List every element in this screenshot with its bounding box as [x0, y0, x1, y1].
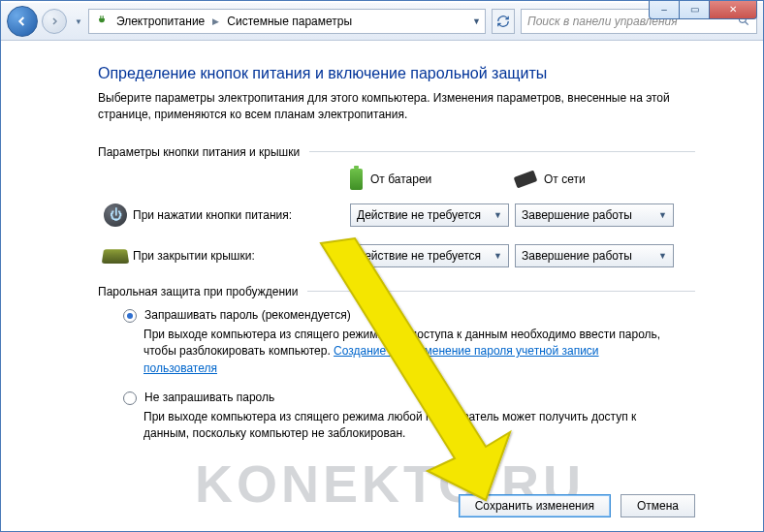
- require-password-desc: При выходе компьютера из спящего режима …: [143, 327, 667, 377]
- column-headers: От батареи От сети: [98, 169, 695, 190]
- save-button[interactable]: Сохранить изменения: [459, 494, 611, 517]
- nav-back-button[interactable]: [7, 6, 38, 37]
- lid-row: При закрытии крышки: Действие не требует…: [98, 244, 695, 267]
- group-power-buttons: Параметры кнопки питания и крышки: [98, 145, 695, 159]
- breadcrumb-separator-icon: ▶: [212, 16, 219, 26]
- battery-icon: [350, 169, 363, 190]
- power-button-label: При нажатии кнопки питания:: [133, 208, 350, 222]
- content-area: Определение кнопок питания и включение п…: [1, 40, 763, 531]
- maximize-button[interactable]: ▭: [680, 0, 710, 19]
- lid-label: При закрытии крышки:: [133, 249, 350, 263]
- page-intro: Выберите параметры электропитания для эт…: [98, 90, 695, 124]
- lid-plugged-select[interactable]: Завершение работы▼: [515, 244, 674, 267]
- cancel-button[interactable]: Отмена: [621, 494, 695, 517]
- chevron-down-icon: ▼: [493, 210, 502, 220]
- footer-buttons: Сохранить изменения Отмена: [1, 494, 763, 517]
- group-password: Парольная защита при пробуждении: [98, 285, 695, 298]
- nav-forward-button[interactable]: [42, 9, 67, 34]
- address-bar[interactable]: Электропитание ▶ Системные параметры ▼: [88, 9, 486, 34]
- power-button-battery-select[interactable]: Действие не требуется▼: [350, 203, 509, 227]
- require-password-radio[interactable]: [123, 309, 137, 323]
- no-password-radio[interactable]: [123, 391, 137, 405]
- chevron-down-icon: ▼: [658, 251, 667, 261]
- power-button-plugged-select[interactable]: Завершение работы▼: [515, 203, 674, 227]
- control-panel-window: – ▭ ✕ ▼ Электропитание ▶ Системные парам…: [0, 0, 764, 532]
- breadcrumb-current[interactable]: Системные параметры: [227, 15, 352, 28]
- lid-battery-select[interactable]: Действие не требуется▼: [350, 244, 509, 267]
- power-plan-icon: [93, 15, 111, 28]
- require-password-label: Запрашивать пароль (рекомендуется): [144, 308, 351, 322]
- plug-icon: [514, 170, 538, 188]
- address-dropdown-icon[interactable]: ▼: [472, 16, 481, 26]
- close-button[interactable]: ✕: [710, 0, 757, 19]
- page-title: Определение кнопок питания и включение п…: [98, 65, 695, 82]
- plugged-column-header: От сети: [515, 169, 680, 190]
- no-password-desc: При выходе компьютера из спящего режима …: [143, 409, 667, 443]
- power-icon: ⏻: [104, 203, 127, 227]
- window-caption-buttons: – ▭ ✕: [649, 0, 757, 19]
- nav-history-dropdown[interactable]: ▼: [75, 17, 82, 26]
- breadcrumb-root[interactable]: Электропитание: [116, 15, 205, 28]
- no-password-label: Не запрашивать пароль: [144, 391, 274, 404]
- refresh-button[interactable]: [492, 9, 515, 34]
- chevron-down-icon: ▼: [658, 210, 667, 220]
- power-button-row: ⏻ При нажатии кнопки питания: Действие н…: [98, 203, 695, 227]
- battery-column-header: От батареи: [350, 169, 515, 190]
- chevron-down-icon: ▼: [493, 251, 502, 261]
- laptop-lid-icon: [102, 249, 129, 264]
- minimize-button[interactable]: –: [649, 0, 680, 19]
